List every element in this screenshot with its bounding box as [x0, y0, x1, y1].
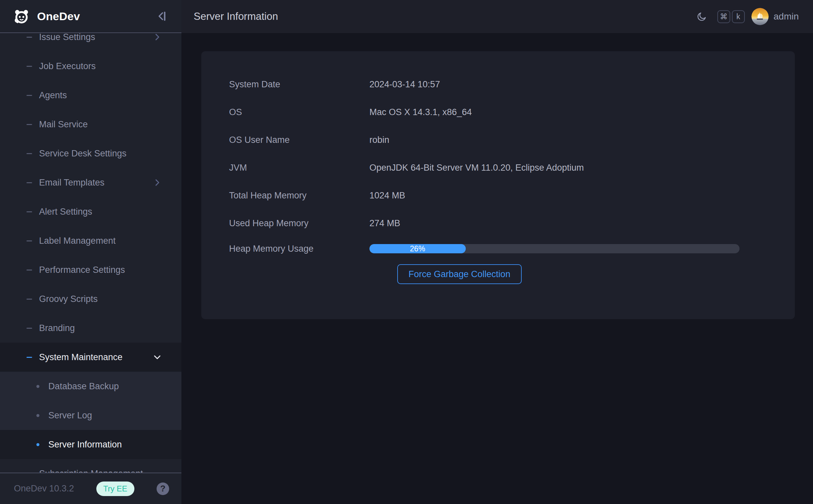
main-area: Server Information ⌘ k: [181, 0, 813, 504]
sidebar-item-label-management[interactable]: Label Management: [0, 226, 181, 255]
sidebar-footer: OneDev 10.3.2 Try EE ?: [0, 473, 181, 504]
sidebar-item-mail-service[interactable]: Mail Service: [0, 110, 181, 139]
sidebar-item-server-log[interactable]: Server Log: [0, 401, 181, 430]
sidebar-item-groovy-scripts[interactable]: Groovy Scripts: [0, 284, 181, 314]
sidebar-item-label: Alert Settings: [39, 207, 92, 217]
sidebar-item-branding[interactable]: Branding: [0, 314, 181, 343]
page-title: Server Information: [193, 11, 278, 22]
nav-bullet-icon: [36, 443, 39, 446]
sidebar-item-label: Server Log: [48, 410, 92, 421]
info-row: Used Heap Memory 274 MB: [201, 209, 795, 237]
info-label: Total Heap Memory: [201, 190, 369, 201]
server-info-card: System Date 2024-03-14 10:57 OS Mac OS X…: [201, 51, 795, 319]
nav-bullet-icon: [26, 240, 32, 241]
clipped-sidebar-item-strip: Subscription Management: [0, 459, 181, 473]
shortcut-cmd-key: ⌘: [717, 10, 730, 23]
nav-bullet-icon: [26, 328, 32, 329]
info-label: System Date: [201, 79, 369, 90]
nav-bullet-icon: [26, 357, 32, 358]
version-label: OneDev 10.3.2: [14, 483, 74, 494]
nav-bullet-icon: [26, 124, 32, 125]
nav-bullet-icon: [36, 414, 39, 417]
shortcut-k-key: k: [732, 10, 745, 23]
sidebar-item-job-executors[interactable]: Job Executors: [0, 52, 181, 81]
nav-bullet-icon: [26, 66, 32, 67]
sidebar-header: OneDev: [0, 0, 181, 33]
sidebar-item-label: Issue Settings: [39, 33, 95, 42]
info-label: OS User Name: [201, 135, 369, 145]
sidebar-item-label: Subscription Management: [39, 469, 143, 473]
force-garbage-collection-button[interactable]: Force Garbage Collection: [397, 264, 522, 284]
user-avatar[interactable]: [751, 8, 769, 25]
nav-bullet-icon: [36, 385, 39, 388]
sidebar-item-email-templates[interactable]: Email Templates: [0, 168, 181, 197]
sidebar-item-label: Agents: [39, 90, 67, 101]
nav-bullet-icon: [26, 153, 32, 154]
info-rows: System Date 2024-03-14 10:57 OS Mac OS X…: [201, 70, 795, 237]
user-name[interactable]: admin: [774, 11, 799, 22]
nav-bullet-icon: [26, 299, 32, 300]
info-row: OS User Name robin: [201, 126, 795, 154]
nav-bullet-icon: [26, 95, 32, 96]
onedev-panda-logo-icon: [13, 8, 30, 25]
heap-usage-percent: 26%: [410, 244, 425, 253]
info-value: Mac OS X 14.3.1, x86_64: [369, 107, 472, 117]
collapse-sidebar-icon[interactable]: [155, 9, 169, 23]
info-value: 2024-03-14 10:57: [369, 79, 440, 90]
chevron-icon: [152, 352, 162, 362]
sidebar-item-label: Mail Service: [39, 119, 88, 130]
nav-bullet-icon: [26, 182, 32, 183]
sidebar-item-label: Database Backup: [48, 381, 119, 392]
sidebar-item-issue-settings[interactable]: Issue Settings: [0, 33, 181, 52]
chevron-icon: [152, 33, 162, 42]
sidebar-item-label: Service Desk Settings: [39, 148, 126, 159]
sidebar-item-label: Performance Settings: [39, 265, 125, 275]
heap-usage-progressbar: 26%: [369, 244, 740, 253]
info-value: 1024 MB: [369, 190, 405, 201]
sidebar-item-label: Email Templates: [39, 178, 105, 188]
main-header: Server Information ⌘ k: [181, 0, 813, 33]
sidebar-item-label: System Maintenance: [39, 352, 122, 362]
sidebar-item-label: Label Management: [39, 236, 115, 246]
sidebar-item-label: Job Executors: [39, 61, 96, 71]
brand-name: OneDev: [37, 10, 80, 23]
nav-bullet-icon: [26, 270, 32, 271]
gc-button-row: Force Garbage Collection: [397, 264, 795, 284]
sidebar-item-alert-settings[interactable]: Alert Settings: [0, 197, 181, 226]
sidebar-item-label: Groovy Scripts: [39, 294, 98, 304]
info-label: Used Heap Memory: [201, 218, 369, 229]
heap-usage-label: Heap Memory Usage: [201, 244, 369, 254]
info-value: robin: [369, 135, 389, 145]
sidebar-item-label: Branding: [39, 323, 75, 333]
sidebar-item-label: Server Information: [48, 440, 122, 450]
onedev-admin-screen: OneDev Issue Settings Job Executors Agen…: [0, 0, 813, 504]
chevron-icon: [152, 178, 162, 188]
sidebar-item-database-backup[interactable]: Database Backup: [0, 372, 181, 401]
try-ee-badge[interactable]: Try EE: [96, 482, 134, 496]
sidebar-item-service-desk-settings[interactable]: Service Desk Settings: [0, 139, 181, 168]
nav-bullet-icon: [26, 211, 32, 212]
header-actions: ⌘ k: [696, 8, 799, 25]
sidebar-menu: Issue Settings Job Executors Agents Mail…: [0, 33, 181, 473]
info-row: OS Mac OS X 14.3.1, x86_64: [201, 98, 795, 126]
sidebar-item-performance-settings[interactable]: Performance Settings: [0, 255, 181, 284]
info-value: OpenJDK 64-Bit Server VM 11.0.20, Eclips…: [369, 163, 584, 173]
heap-usage-progress-fill: 26%: [369, 244, 466, 253]
sidebar-item-server-information[interactable]: Server Information: [0, 430, 181, 459]
nav-bullet-icon: [26, 37, 32, 38]
info-row: Total Heap Memory 1024 MB: [201, 182, 795, 209]
info-label: JVM: [201, 163, 369, 173]
info-value: 274 MB: [369, 218, 400, 229]
info-row: System Date 2024-03-14 10:57: [201, 70, 795, 98]
info-label: OS: [201, 107, 369, 117]
sidebar-item-agents[interactable]: Agents: [0, 81, 181, 110]
info-row: JVM OpenJDK 64-Bit Server VM 11.0.20, Ec…: [201, 154, 795, 182]
help-icon[interactable]: ?: [156, 483, 169, 495]
sidebar-item-system-maintenance[interactable]: System Maintenance: [0, 343, 181, 372]
heap-usage-row: Heap Memory Usage 26%: [201, 237, 795, 260]
sidebar: OneDev Issue Settings Job Executors Agen…: [0, 0, 181, 504]
content: System Date 2024-03-14 10:57 OS Mac OS X…: [181, 33, 813, 504]
sidebar-item-subscription-management[interactable]: Subscription Management: [0, 459, 181, 473]
dark-mode-moon-icon[interactable]: [696, 11, 707, 22]
